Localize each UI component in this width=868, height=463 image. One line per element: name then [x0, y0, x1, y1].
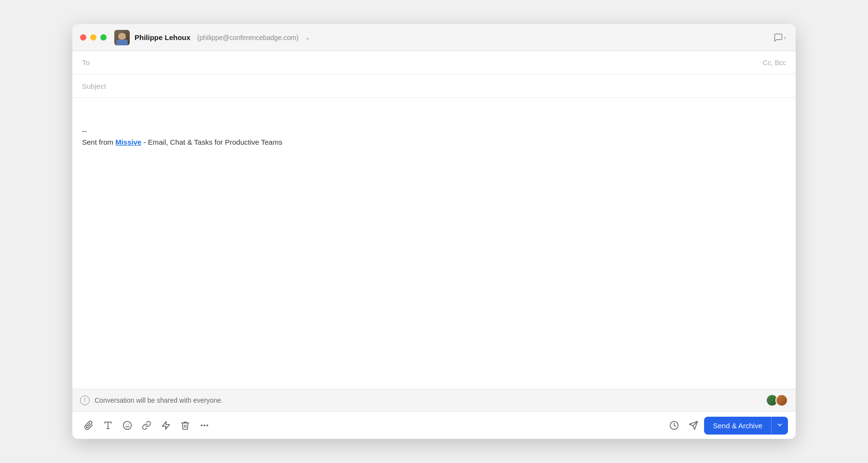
send-archive-dropdown-button[interactable] — [772, 417, 788, 435]
more-button[interactable] — [196, 417, 213, 434]
to-input[interactable] — [116, 58, 763, 67]
sender-info: Philippe Lehoux (philippe@conferencebadg… — [114, 30, 772, 45]
missive-link[interactable]: Missive — [115, 138, 141, 146]
toolbar: Send & Archive — [72, 412, 796, 439]
send-draft-icon — [689, 421, 698, 430]
link-button[interactable] — [138, 417, 155, 434]
avatar-image — [114, 30, 130, 45]
shared-message: Conversation will be shared with everyon… — [95, 396, 761, 404]
compose-body: -- Sent from Missive - Email, Chat & Tas… — [72, 98, 796, 389]
delete-icon — [180, 421, 190, 430]
emoji-button[interactable] — [119, 417, 136, 434]
signature-dash: -- — [82, 127, 786, 135]
fields-section: To Cc, Bcc Subject — [72, 51, 796, 98]
cc-bcc-label[interactable]: Cc, Bcc — [763, 59, 786, 67]
compose-window: Philippe Lehoux (philippe@conferencebadg… — [72, 24, 796, 439]
avatar — [114, 30, 130, 45]
signature-prefix: Sent from — [82, 138, 115, 146]
svg-point-6 — [207, 425, 208, 426]
send-archive-group: Send & Archive — [704, 417, 788, 435]
info-symbol: ! — [84, 397, 85, 404]
ai-button[interactable] — [157, 417, 175, 434]
subject-label: Subject — [82, 82, 116, 90]
svg-point-4 — [201, 425, 202, 426]
emoji-icon — [122, 421, 132, 430]
signature-suffix: - Email, Chat & Tasks for Productive Tea… — [141, 138, 282, 146]
svg-marker-3 — [163, 422, 170, 430]
clock-icon — [669, 421, 679, 430]
shared-bar: ! Conversation will be shared with every… — [72, 389, 796, 412]
chat-button[interactable]: › — [772, 31, 788, 44]
traffic-lights — [80, 34, 107, 41]
more-icon — [200, 421, 209, 430]
subject-input[interactable] — [116, 82, 786, 90]
titlebar: Philippe Lehoux (philippe@conferencebadg… — [72, 24, 796, 51]
send-draft-button[interactable] — [685, 417, 702, 434]
attach-icon — [84, 421, 94, 430]
shared-avatars — [766, 394, 788, 407]
signature-section: -- Sent from Missive - Email, Chat & Tas… — [82, 127, 786, 146]
subject-row: Subject — [72, 74, 796, 97]
schedule-button[interactable] — [665, 417, 683, 434]
minimize-button[interactable] — [90, 34, 96, 41]
sender-dropdown-icon[interactable]: ⌄ — [305, 34, 310, 41]
titlebar-right: › — [772, 31, 788, 44]
link-icon — [142, 421, 151, 430]
svg-point-0 — [123, 422, 132, 430]
format-icon — [103, 421, 113, 430]
chat-chevron: › — [784, 34, 786, 41]
ai-icon — [161, 421, 171, 430]
to-row: To Cc, Bcc — [72, 51, 796, 74]
shared-avatar-2 — [775, 394, 788, 407]
format-button[interactable] — [99, 417, 117, 434]
chevron-down-icon — [776, 422, 783, 428]
sender-name: Philippe Lehoux — [135, 33, 190, 41]
svg-point-5 — [204, 425, 205, 426]
delete-button[interactable] — [176, 417, 194, 434]
attach-button[interactable] — [80, 417, 97, 434]
sender-email: (philippe@conferencebadge.com) — [197, 34, 298, 41]
chat-icon — [773, 33, 783, 42]
info-icon: ! — [80, 395, 90, 405]
maximize-button[interactable] — [100, 34, 107, 41]
send-archive-button[interactable]: Send & Archive — [704, 417, 771, 435]
to-label: To — [82, 58, 116, 67]
signature-text: Sent from Missive - Email, Chat & Tasks … — [82, 138, 786, 146]
close-button[interactable] — [80, 34, 86, 41]
